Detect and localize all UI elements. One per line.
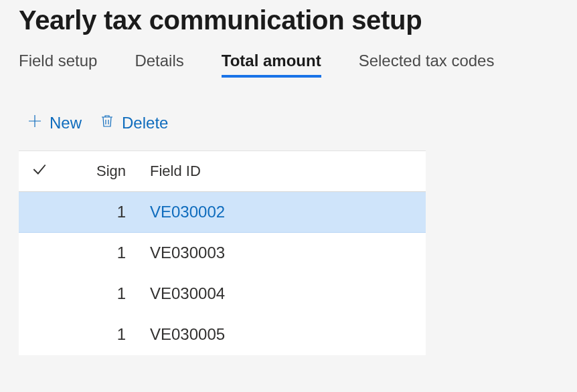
column-header-select[interactable]: [19, 151, 58, 192]
cell-field-id[interactable]: VE030002: [138, 192, 426, 233]
table-row[interactable]: 1VE030003: [19, 233, 426, 274]
data-grid: Sign Field ID 1VE0300021VE0300031VE03000…: [19, 151, 426, 355]
row-select-cell[interactable]: [19, 314, 58, 355]
new-button-label: New: [50, 114, 82, 132]
table-row[interactable]: 1VE030005: [19, 314, 426, 355]
tab-list: Field setupDetailsTotal amountSelected t…: [19, 52, 558, 80]
trash-icon: [99, 113, 115, 133]
row-select-cell[interactable]: [19, 192, 58, 233]
column-header-field-id[interactable]: Field ID: [138, 151, 426, 192]
table-row[interactable]: 1VE030004: [19, 274, 426, 314]
cell-sign: 1: [58, 192, 138, 233]
cell-sign: 1: [58, 233, 138, 274]
tab-details[interactable]: Details: [135, 52, 183, 80]
plus-icon: [27, 113, 43, 133]
toolbar: New Delete: [19, 80, 558, 151]
table-row[interactable]: 1VE030002: [19, 192, 426, 233]
cell-field-id: VE030003: [138, 233, 426, 274]
check-icon: [31, 165, 48, 181]
cell-field-id: VE030005: [138, 314, 426, 355]
tab-selected-tax-codes[interactable]: Selected tax codes: [359, 52, 495, 80]
row-select-cell[interactable]: [19, 274, 58, 314]
delete-button[interactable]: Delete: [94, 110, 173, 136]
tab-field-setup[interactable]: Field setup: [19, 52, 97, 80]
page-title: Yearly tax communication setup: [19, 0, 558, 52]
cell-sign: 1: [58, 274, 138, 314]
cell-sign: 1: [58, 314, 138, 355]
cell-field-id: VE030004: [138, 274, 426, 314]
new-button[interactable]: New: [21, 110, 87, 136]
delete-button-label: Delete: [122, 114, 168, 132]
tab-total-amount[interactable]: Total amount: [222, 52, 321, 80]
column-header-sign[interactable]: Sign: [58, 151, 138, 192]
row-select-cell[interactable]: [19, 233, 58, 274]
